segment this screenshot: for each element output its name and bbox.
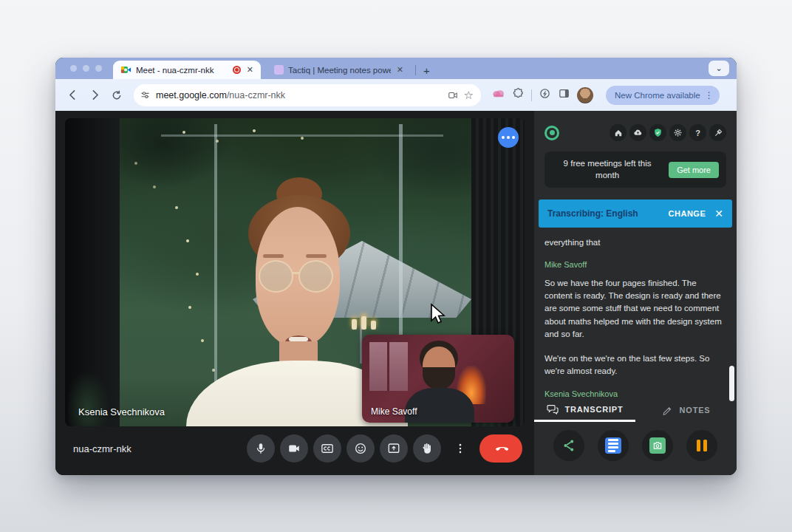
back-button[interactable]	[63, 86, 82, 105]
transcript-line: We're on the we're on the last few steps…	[544, 352, 725, 378]
transcribing-banner: Transcribing: English CHANGE ✕	[539, 200, 732, 228]
tab-transcript[interactable]: TRANSCRIPT	[534, 398, 635, 422]
window-controls[interactable]	[70, 65, 102, 72]
forward-button[interactable]	[85, 86, 104, 105]
meet-favicon	[120, 64, 132, 75]
help-icon[interactable]: ?	[689, 124, 706, 141]
chrome-menu-kebab-icon[interactable]: ⋮	[705, 90, 714, 100]
site-settings-icon[interactable]	[140, 89, 151, 100]
main-video-tile[interactable]: Mike Savoff Ksenia Svechnikova	[65, 118, 525, 426]
get-more-button[interactable]: Get more	[669, 162, 719, 178]
google-docs-button[interactable]	[598, 430, 629, 461]
transcript-panel[interactable]: everything that Mike Savoff So we have t…	[544, 235, 725, 398]
side-panel-icon[interactable]	[558, 87, 570, 103]
transcribing-label: Transcribing: English	[547, 208, 663, 219]
reload-button[interactable]	[107, 86, 126, 105]
tactiq-favicon	[274, 65, 284, 75]
present-screen-button[interactable]	[380, 434, 408, 463]
microphone-button[interactable]	[247, 434, 275, 463]
tab-tactiq[interactable]: Tactiq | Meeting notes powe ✕	[267, 61, 411, 79]
raise-hand-button[interactable]	[413, 434, 441, 463]
browser-toolbar: meet.google.com/nua-czmr-nkk ☆ New Chrom…	[55, 79, 737, 111]
reactions-button[interactable]	[346, 434, 375, 463]
transcript-scrollbar[interactable]	[729, 366, 734, 401]
main-participant-name: Ksenia Svechnikova	[78, 406, 165, 417]
tab-close-icon[interactable]: ✕	[245, 65, 255, 75]
profile-avatar[interactable]	[577, 87, 593, 103]
end-call-button[interactable]	[479, 434, 522, 463]
glasses	[259, 260, 293, 293]
free-meetings-text: 9 free meetings left this month	[552, 158, 663, 181]
transcript-line: everything that	[544, 236, 725, 249]
meet-bottom-bar: nua-czmr-nkk	[55, 426, 534, 475]
screenshot-camera-icon	[649, 437, 666, 454]
home-icon[interactable]	[610, 124, 627, 141]
sidebar-tabs: TRANSCRIPT NOTES	[534, 398, 737, 422]
tactiq-logo-icon	[544, 126, 559, 140]
url-text[interactable]: meet.google.com/nua-czmr-nkk	[156, 90, 442, 100]
tab-title: Meet - nua-czmr-nkk	[136, 66, 228, 75]
cloud-upload-icon[interactable]	[629, 124, 646, 141]
tab-title: Tactiq | Meeting notes powe	[288, 66, 391, 75]
tab-strip-chevron-icon[interactable]: ⌄	[709, 61, 729, 76]
new-tab-button[interactable]: +	[420, 64, 433, 77]
transcript-speaker: Ksenia Svechnikova	[544, 388, 725, 398]
captions-button[interactable]	[313, 434, 341, 463]
pause-button[interactable]	[686, 430, 717, 461]
extension-circle-icon[interactable]	[539, 87, 551, 103]
meeting-code: nua-czmr-nkk	[73, 443, 132, 454]
shield-check-icon[interactable]	[649, 124, 666, 141]
pause-icon	[697, 440, 707, 451]
pin-icon[interactable]	[709, 124, 726, 141]
browser-window: Meet - nua-czmr-nkk ✕ Tactiq | Meeting n…	[55, 58, 737, 475]
extensions-puzzle-icon[interactable]	[512, 87, 525, 103]
share-button[interactable]	[553, 430, 584, 461]
pip-video-tile[interactable]: Mike Savoff	[362, 335, 514, 423]
sidebar-actions	[534, 422, 737, 469]
chat-bubble-icon[interactable]	[498, 127, 519, 148]
camera-button[interactable]	[280, 434, 308, 463]
mouse-cursor	[429, 303, 448, 325]
chat-icon	[547, 403, 559, 415]
transcript-speaker: Mike Savoff	[544, 259, 725, 271]
recording-indicator-icon	[233, 66, 241, 74]
close-window-button[interactable]	[70, 65, 77, 72]
settings-gear-icon[interactable]	[669, 124, 686, 141]
tab-notes[interactable]: NOTES	[635, 398, 737, 422]
free-meetings-banner: 9 free meetings left this month Get more	[544, 151, 726, 188]
pip-participant-name: Mike Savoff	[371, 406, 417, 417]
google-docs-icon	[605, 437, 621, 454]
extension-pink-icon[interactable]	[491, 88, 505, 102]
minimize-window-button[interactable]	[83, 65, 89, 72]
tab-strip: Meet - nua-czmr-nkk ✕ Tactiq | Meeting n…	[55, 58, 737, 79]
change-language-button[interactable]: CHANGE	[669, 209, 706, 218]
tab-close-icon[interactable]: ✕	[395, 65, 405, 75]
new-chrome-available-button[interactable]: New Chrome available ⋮	[606, 86, 720, 105]
more-options-button[interactable]	[446, 434, 474, 463]
tab-camera-indicator-icon[interactable]	[447, 90, 459, 100]
tactiq-sidebar: ? 9 free meetings left this month Get mo…	[534, 111, 737, 475]
transcript-line: So we have the four pages finished. The …	[544, 277, 725, 341]
bookmark-star-icon[interactable]: ☆	[464, 89, 474, 102]
tab-meet[interactable]: Meet - nua-czmr-nkk ✕	[113, 61, 261, 79]
zoom-window-button[interactable]	[95, 65, 102, 72]
close-banner-icon[interactable]: ✕	[714, 208, 723, 219]
screenshot-button[interactable]	[642, 430, 673, 461]
address-bar[interactable]: meet.google.com/nua-czmr-nkk ☆	[134, 84, 481, 106]
toolbar-separator	[531, 89, 532, 101]
pencil-icon	[662, 405, 673, 416]
meet-stage: Mike Savoff Ksenia Svechnikova nua-czmr-…	[55, 111, 534, 475]
tab-separator	[415, 65, 416, 75]
